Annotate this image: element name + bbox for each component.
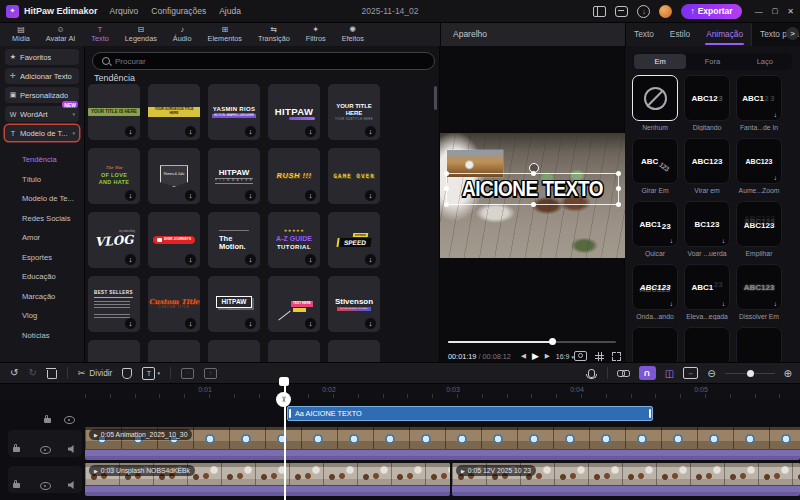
download-icon[interactable]: ↓ — [305, 318, 316, 329]
template-card[interactable]: RUSH !!! ↓ — [268, 148, 320, 204]
ribbon-tab[interactable]: ⊞ Elementos — [200, 22, 250, 46]
fit-timeline-icon[interactable]: ↔ — [683, 367, 698, 379]
timeline-ruler[interactable]: 0:010:020:030:040:05 — [0, 384, 800, 400]
text-overlay-selection[interactable]: AICIONE TEXTO — [446, 173, 619, 205]
zoom-slider-knob[interactable] — [747, 370, 754, 377]
template-card[interactable]: BEST SELLERS ↓ — [88, 276, 140, 332]
animation-item[interactable]: ABC12 3 Digitando — [684, 75, 730, 131]
snapshot-icon[interactable] — [574, 351, 587, 361]
minimize-button[interactable]: — — [755, 7, 763, 16]
template-card[interactable]: TEXT HERE ↓ — [268, 276, 320, 332]
sidebar-category[interactable]: Esportes — [0, 248, 84, 268]
download-icon[interactable]: ↓ — [185, 126, 196, 137]
template-card[interactable]: my video blog VLOG ↓ — [88, 212, 140, 268]
animation-direction-tab[interactable]: Fora — [686, 54, 738, 69]
animation-item[interactable]: ABC123 ↓ Onda...ando — [632, 264, 678, 320]
undo-icon[interactable]: ↺ — [10, 368, 18, 378]
download-icon[interactable]: ↓ — [185, 254, 196, 265]
template-card[interactable]: EVER JOURNEYS ↓ — [148, 212, 200, 268]
template-card[interactable]: The Motion. ↓ — [208, 212, 260, 268]
scrollbar[interactable] — [434, 86, 437, 110]
mute-track-icon[interactable] — [68, 475, 76, 493]
animation-thumbnail[interactable]: BC123 ↓ — [684, 201, 730, 247]
search-input[interactable]: Procurar — [92, 52, 435, 70]
video-clip[interactable]: ▶ 0:05 12V 2025 10 23 — [452, 463, 800, 496]
animation-item[interactable]: BC123 ↓ Voar ...uerda — [684, 201, 730, 257]
download-icon[interactable]: ↓ — [125, 190, 136, 201]
ribbon-tab[interactable]: ▤ Mídia — [4, 22, 38, 46]
split-button[interactable]: ✂ Dividir — [78, 368, 113, 378]
animation-direction-tab[interactable]: Em — [634, 54, 686, 69]
sidebar-category[interactable]: Redes Sociais — [0, 209, 84, 229]
animation-thumbnail[interactable]: ABC1 23 ↓ — [684, 264, 730, 310]
template-card[interactable]: YASMIN RIOS MOTION GRAPHIC DESIGNER ↓ — [208, 84, 260, 140]
split-view-icon[interactable]: ◫ — [665, 368, 674, 379]
template-card[interactable]: ↓ — [208, 340, 260, 362]
maximize-button[interactable]: ▢ — [772, 7, 779, 15]
download-center-icon[interactable]: ↓ — [637, 5, 650, 18]
download-icon[interactable]: ↓ — [365, 318, 376, 329]
template-card[interactable]: ↓ — [148, 340, 200, 362]
preview-scrubber[interactable] — [448, 338, 616, 346]
layout-panels-icon[interactable] — [593, 6, 606, 17]
text-tool-button[interactable]: T ▾ — [142, 367, 160, 380]
redo-icon[interactable]: ↻ — [28, 368, 36, 378]
download-icon[interactable]: ↓ — [125, 126, 136, 137]
zoom-in-icon[interactable]: ⊕ — [784, 368, 792, 379]
mask-icon[interactable] — [122, 368, 132, 379]
record-voiceover-icon[interactable] — [588, 369, 595, 378]
menu-item[interactable]: Arquivo — [110, 6, 139, 16]
animation-thumbnail[interactable] — [632, 327, 678, 362]
download-icon[interactable]: ↓ — [305, 126, 316, 137]
zoom-out-icon[interactable]: ⊖ — [707, 368, 715, 379]
download-icon[interactable]: ↓ — [125, 318, 136, 329]
lock-track-icon[interactable] — [44, 409, 51, 427]
animation-item[interactable] — [736, 327, 782, 362]
feedback-icon[interactable] — [615, 6, 628, 17]
animation-thumbnail[interactable]: ABC1 23 ↓ — [736, 75, 782, 121]
animation-item[interactable]: ABC1 23 ↓ Eleva...egada — [684, 264, 730, 320]
hide-track-icon[interactable] — [40, 440, 51, 458]
template-card[interactable]: HITPAW ↓ — [268, 84, 320, 140]
template-card[interactable]: Stivenson PHOTOGRAPHER ↓ — [328, 276, 380, 332]
animation-item[interactable] — [684, 327, 730, 362]
template-card[interactable]: HITPAW SPEED ↓ — [328, 212, 380, 268]
ribbon-tab[interactable]: ✺ Efeitos — [334, 22, 372, 46]
download-icon[interactable]: ↓ — [365, 254, 376, 265]
sidebar-category[interactable]: Amor — [0, 228, 84, 248]
keyframe-icon[interactable]: ◦ — [181, 368, 194, 379]
animation-thumbnail[interactable]: ABC12 3 — [684, 75, 730, 121]
resize-handle[interactable] — [616, 202, 621, 207]
template-card[interactable]: ↓ — [88, 340, 140, 362]
hide-track-icon[interactable] — [40, 476, 51, 494]
menu-item[interactable]: Configurações — [151, 6, 206, 16]
animation-thumbnail[interactable] — [684, 327, 730, 362]
template-card[interactable]: YOUR TITLE IS HERE ↓ — [88, 84, 140, 140]
lock-track-icon[interactable] — [13, 474, 20, 492]
play-icon[interactable]: ▶ — [532, 351, 539, 361]
animation-thumbnail[interactable] — [632, 75, 678, 121]
download-icon[interactable]: ↓ — [185, 190, 196, 201]
timeline-zoom-slider[interactable] — [725, 369, 775, 377]
playhead-handle[interactable] — [279, 377, 289, 386]
magnet-snap-icon[interactable]: U — [639, 366, 656, 380]
download-icon[interactable]: ↓ — [305, 190, 316, 201]
sidebar-category[interactable]: Marcação — [0, 287, 84, 307]
text-clip[interactable]: Aa AICIONE TEXTO — [287, 406, 653, 421]
download-icon[interactable]: ↓ — [245, 190, 256, 201]
ribbon-tab[interactable]: ⇆ Transição — [250, 22, 298, 46]
template-card[interactable]: YOUR TITLE HERE YOUR SUBTITLE HERE ↓ — [328, 84, 380, 140]
animation-item[interactable] — [632, 327, 678, 362]
download-icon[interactable]: ↓ — [245, 126, 256, 137]
template-card[interactable]: YOUR GORGEOUS TITLE HERE ↓ — [148, 84, 200, 140]
sidebar-category[interactable]: Educação — [0, 267, 84, 287]
delete-icon[interactable] — [47, 370, 57, 379]
template-card[interactable]: HITPAW F I L M M A K E R ↓ — [208, 148, 260, 204]
video-clip[interactable]: ▶ 0:05 Animation_2025_10_30 — [85, 427, 800, 460]
download-icon[interactable]: ↓ — [125, 254, 136, 265]
animation-item[interactable]: ABC123 ↓ Dissolver Em — [736, 264, 782, 320]
export-button[interactable]: ↑ Exportar — [681, 4, 741, 19]
sidebar-category[interactable]: Modelo de Te... — [0, 189, 84, 209]
sidebar-category[interactable]: Vlog — [0, 306, 84, 326]
animation-thumbnail[interactable]: ABC123 — [684, 138, 730, 184]
